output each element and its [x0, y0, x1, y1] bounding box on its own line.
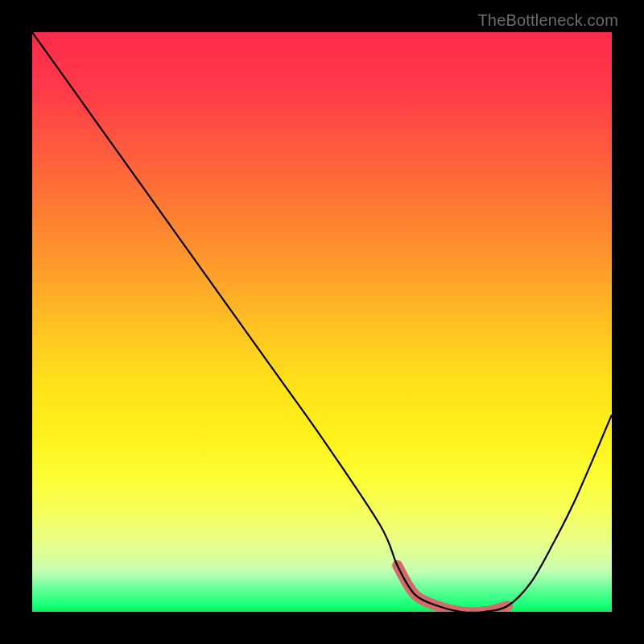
attribution-text: TheBottleneck.com [477, 11, 618, 30]
plot-area [32, 32, 612, 612]
highlight-segment [398, 565, 508, 612]
chart-frame: TheBottleneck.com [0, 0, 644, 644]
bottleneck-curve-line [32, 32, 612, 612]
curve-layer [32, 32, 612, 612]
